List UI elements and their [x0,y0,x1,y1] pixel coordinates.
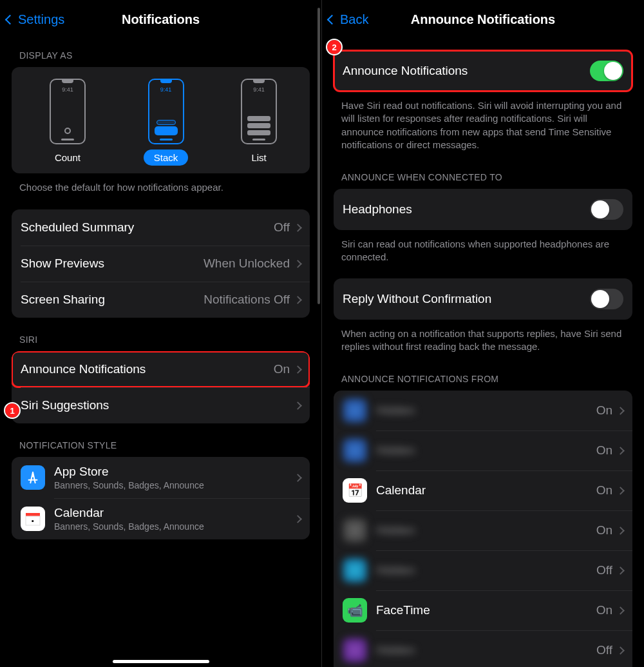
app-value: Off [596,563,612,577]
back-button[interactable]: Settings [6,12,64,27]
from-header: Announce Notifications From [322,357,644,391]
svg-rect-0 [26,513,40,516]
notification-style-header: Notification Style [0,423,321,457]
headphones-desc: Siri can read out notifications when sup… [322,230,644,268]
chevron-right-icon [616,487,625,495]
headphones-row: Headphones [334,189,632,230]
reply-row: Reply Without Confirmation [334,278,632,320]
app-store-icon [21,465,45,490]
display-option-list[interactable]: 9:41 List [241,79,277,166]
notification-style-group: App Store Banners, Sounds, Badges, Annou… [12,457,310,539]
app-name-label: Hidden [376,523,596,537]
siri-header: Siri [0,318,321,351]
display-as-card: 9:41 Count 9:41 Stack 9:41 List [12,67,310,173]
app-icon [343,558,367,583]
reply-toggle[interactable] [590,289,623,309]
chevron-right-icon [294,365,302,374]
chevron-right-icon [294,224,302,232]
app-value: On [596,443,612,458]
page-title: Notifications [122,12,200,27]
app-from-row[interactable]: HiddenOn [334,510,632,550]
stack-label: Stack [144,150,189,166]
chevron-right-icon [616,527,625,535]
app-from-row[interactable]: HiddenOff [334,630,632,667]
app-icon: 📹 [343,598,367,623]
display-option-stack[interactable]: 9:41 Stack [144,79,189,166]
app-from-row[interactable]: HiddenOn [334,391,632,430]
app-name-label: Calendar [376,483,596,498]
step-badge-2: 2 [327,40,341,54]
chevron-left-icon [327,14,337,24]
options-group: Scheduled Summary Off Show Previews When… [12,209,310,318]
announce-toggle-row: Announce Notifications [334,50,632,92]
connected-header: Announce When Connected To [322,155,644,189]
app-value: On [596,483,612,498]
siri-group: Announce Notifications On Siri Suggestio… [12,351,310,423]
chevron-right-icon [616,447,625,455]
back-label: Settings [18,12,64,27]
display-as-header: Display As [0,34,321,67]
back-button[interactable]: Back [328,12,368,27]
scrollbar[interactable] [317,8,320,304]
chevron-left-icon [5,14,15,24]
chevron-right-icon [616,646,625,655]
display-as-footer: Choose the default for how notifications… [0,173,321,198]
app-from-row[interactable]: 📅CalendarOn [334,470,632,510]
chevron-right-icon [294,474,302,482]
count-label: Count [44,150,91,166]
chevron-right-icon [616,606,625,615]
calendar-row[interactable]: ▪ Calendar Banners, Sounds, Badges, Anno… [12,498,310,539]
screen-sharing-row[interactable]: Screen Sharing Notifications Off [12,282,310,318]
app-icon [343,518,367,543]
app-icon [343,398,367,423]
headphones-toggle[interactable] [590,199,623,220]
app-value: Off [596,643,612,657]
app-store-row[interactable]: App Store Banners, Sounds, Badges, Annou… [12,457,310,498]
app-value: On [596,523,612,537]
reply-card: Reply Without Confirmation [334,278,632,320]
app-name-label: Hidden [376,643,596,657]
nav-bar: Settings Notifications [0,5,321,34]
step-badge-1: 1 [5,403,19,418]
connected-card: Headphones [334,189,632,230]
announce-notifications-row[interactable]: Announce Notifications On [12,351,310,387]
app-from-row[interactable]: HiddenOn [334,430,632,470]
svg-text:▪: ▪ [32,517,34,525]
app-from-row[interactable]: 📹FaceTimeOn [334,590,632,630]
chevron-right-icon [616,407,625,415]
app-from-row[interactable]: HiddenOff [334,550,632,590]
app-name-label: Hidden [376,443,596,458]
home-indicator[interactable] [113,660,209,663]
app-value: On [596,403,612,418]
reply-desc: When acting on a notification that suppo… [322,320,644,358]
chevron-right-icon [294,260,302,268]
list-label: List [241,150,276,166]
siri-suggestions-row[interactable]: Siri Suggestions [12,387,310,423]
calendar-icon: ▪ [21,507,45,531]
notifications-settings-panel: Settings Notifications Display As 9:41 C… [0,0,322,667]
announce-toggle[interactable] [590,61,623,81]
chevron-right-icon [294,401,302,410]
page-title: Announce Notifications [411,12,555,27]
back-label: Back [340,12,368,27]
announce-notifications-panel: Back Announce Notifications 2 Announce N… [322,0,644,667]
app-name-label: FaceTime [376,603,596,617]
scheduled-summary-row[interactable]: Scheduled Summary Off [12,209,310,246]
chevron-right-icon [294,296,302,304]
app-name-label: Hidden [376,403,596,418]
app-name-label: Hidden [376,563,596,577]
display-option-count[interactable]: 9:41 Count [44,79,91,166]
app-icon [343,638,367,662]
from-apps-card: HiddenOnHiddenOn📅CalendarOnHiddenOnHidde… [334,391,632,667]
app-value: On [596,603,612,617]
announce-main-card: Announce Notifications [334,50,632,92]
nav-bar: Back Announce Notifications [322,5,644,34]
show-previews-row[interactable]: Show Previews When Unlocked [12,246,310,282]
app-icon [343,438,367,463]
chevron-right-icon [294,515,302,523]
announce-desc: Have Siri read out notifications. Siri w… [322,92,644,155]
app-icon: 📅 [343,478,367,503]
chevron-right-icon [616,566,625,575]
